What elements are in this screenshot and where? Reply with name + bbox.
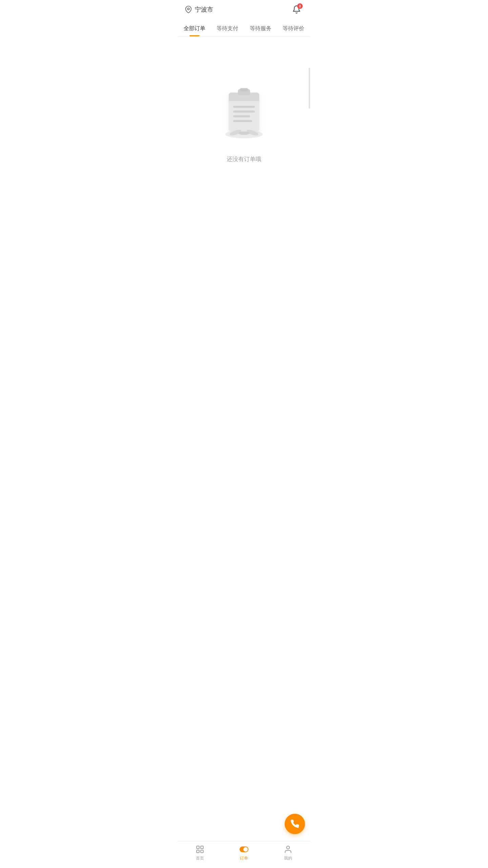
- svg-point-13: [239, 132, 249, 135]
- notification-button[interactable]: 0: [290, 3, 303, 16]
- mine-icon: [283, 845, 293, 854]
- tab-bar: 全部订单 等待支付 等待服务 等待评价: [178, 20, 310, 37]
- tab-pending-service[interactable]: 等待服务: [244, 20, 277, 36]
- tab-pending-review[interactable]: 等待评价: [277, 20, 310, 36]
- mine-label: 我的: [284, 855, 292, 861]
- home-label: 首页: [196, 855, 204, 861]
- phone-icon: [290, 819, 300, 829]
- svg-rect-15: [201, 846, 203, 849]
- svg-rect-16: [197, 850, 199, 853]
- svg-rect-8: [233, 111, 255, 113]
- svg-rect-9: [233, 115, 250, 117]
- svg-point-0: [187, 8, 189, 10]
- nav-item-order[interactable]: 订单: [222, 845, 266, 861]
- nav-item-mine[interactable]: 我的: [266, 845, 310, 861]
- svg-point-19: [243, 847, 248, 851]
- empty-state: 还没有订单哦: [178, 37, 310, 190]
- svg-rect-14: [197, 846, 199, 849]
- empty-message: 还没有订单哦: [227, 155, 261, 163]
- svg-rect-10: [233, 120, 252, 122]
- svg-rect-7: [233, 106, 255, 108]
- scroll-indicator: [309, 68, 310, 108]
- location-section[interactable]: 宁波市: [185, 5, 213, 14]
- location-icon: [185, 6, 192, 13]
- notification-badge: 0: [297, 3, 303, 9]
- city-name: 宁波市: [195, 5, 213, 14]
- bottom-nav: 首页 订单 我的: [178, 841, 310, 868]
- home-icon: [195, 845, 205, 854]
- tab-pending-pay[interactable]: 等待支付: [211, 20, 244, 36]
- tab-all-orders[interactable]: 全部订单: [178, 20, 211, 36]
- svg-point-20: [287, 846, 290, 849]
- empty-illustration: [210, 77, 278, 145]
- call-fab-button[interactable]: [285, 814, 305, 834]
- svg-rect-4: [229, 97, 259, 101]
- nav-item-home[interactable]: 首页: [178, 845, 222, 861]
- svg-rect-17: [201, 850, 203, 853]
- order-icon: [239, 845, 249, 854]
- content-area: 还没有订单哦: [178, 37, 310, 850]
- order-label: 订单: [240, 855, 248, 861]
- header: 宁波市 0: [178, 0, 310, 20]
- svg-rect-6: [240, 88, 248, 92]
